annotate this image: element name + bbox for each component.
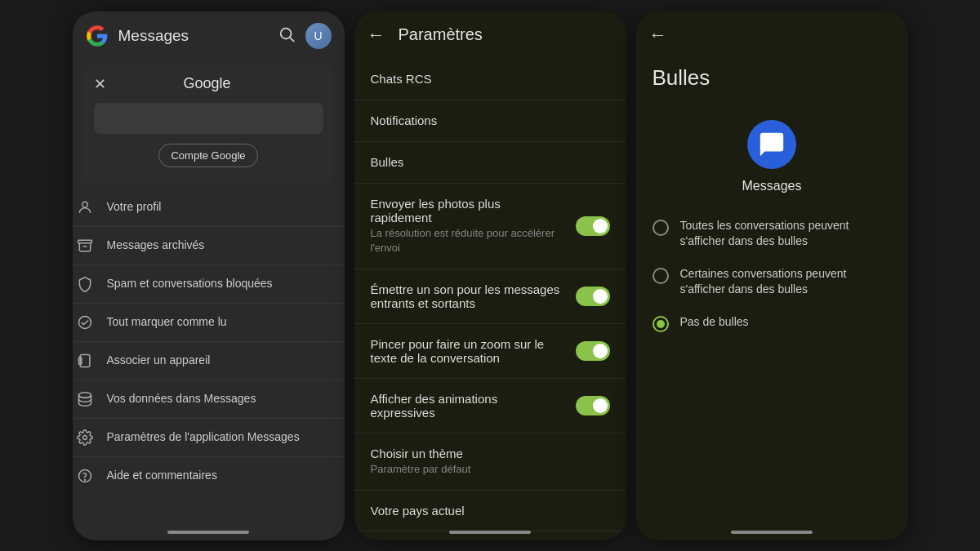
- radio-label-toutes: Toutes les conversations peuvent s'affic…: [680, 218, 892, 250]
- menu-label-donnees: Vos données dans Messages: [107, 391, 256, 406]
- toggle-pincer[interactable]: [576, 341, 610, 361]
- bottom-bar-1: [167, 531, 249, 534]
- shield-icon: [76, 275, 94, 293]
- back-arrow-icon[interactable]: ←: [368, 24, 385, 46]
- bulles-title: Bulles: [636, 59, 908, 104]
- settings-item-pincer[interactable]: Pincer pour faire un zoom sur le texte d…: [354, 324, 626, 379]
- pincer-title: Pincer pour faire un zoom sur le texte d…: [371, 337, 563, 365]
- settings-item-bulles[interactable]: Bulles: [354, 142, 626, 184]
- radio-label-certaines: Certaines conversations peuvent s'affich…: [680, 266, 892, 298]
- close-icon[interactable]: ✕: [94, 75, 106, 93]
- menu-label-associer: Associer un appareil: [107, 353, 211, 367]
- settings-item-pays[interactable]: Votre pays actuel: [354, 491, 626, 531]
- menu-label-spam: Spam et conversations bloquées: [107, 276, 273, 291]
- menu-label-archives: Messages archivés: [107, 238, 205, 252]
- menu-item-marquer[interactable]: Tout marquer comme lu: [73, 304, 345, 342]
- settings-item-bulles-label: Bulles: [371, 155, 404, 169]
- animations-title: Afficher des animations expressives: [371, 392, 563, 420]
- theme-subtitle: Paramètre par défaut: [371, 462, 610, 477]
- toggle-animations[interactable]: [576, 396, 610, 415]
- bottom-bar-3: [731, 531, 813, 534]
- menu-item-spam[interactable]: Spam et conversations bloquées: [73, 265, 345, 304]
- settings-icon: [76, 429, 94, 447]
- svg-line-1: [290, 38, 294, 42]
- photos-title: Envoyer les photos plus rapidement: [371, 197, 563, 224]
- account-box: [94, 103, 323, 134]
- menu-label-parametres: Paramètres de l'application Messages: [107, 429, 300, 444]
- menu-item-associer[interactable]: Associer un appareil: [73, 342, 345, 380]
- menu-item-donnees[interactable]: Vos données dans Messages: [73, 380, 345, 419]
- photos-subtitle: La résolution est réduite pour accélérer…: [371, 226, 563, 256]
- settings-title: Paramètres: [399, 25, 483, 44]
- menu-label-marquer: Tout marquer comme lu: [107, 314, 227, 329]
- toggle-text-animations: Afficher des animations expressives: [371, 392, 576, 420]
- panel-1: Messages U ✕ Google Compte Google: [73, 11, 345, 540]
- check-icon: [76, 313, 94, 331]
- radio-label-pas: Pas de bulles: [680, 314, 749, 331]
- svg-point-2: [82, 202, 87, 207]
- google-drawer: ✕ Google Compte Google: [82, 64, 335, 185]
- settings-item-chats[interactable]: Chats RCS: [354, 59, 626, 100]
- toggle-text-photos: Envoyer les photos plus rapidement La ré…: [371, 197, 576, 256]
- panel-2: ← Paramètres Chats RCS Notifications Bul…: [354, 11, 626, 540]
- menu-item-archives[interactable]: Messages archivés: [73, 227, 345, 265]
- settings-item-notifications[interactable]: Notifications: [354, 100, 626, 142]
- messages-icon-container: Messages: [636, 104, 908, 210]
- toggle-photos[interactable]: [576, 216, 610, 236]
- radio-option-pas[interactable]: Pas de bulles: [636, 306, 908, 340]
- topbar-title-1: Messages: [118, 27, 268, 45]
- toggle-row-pincer: Pincer pour faire un zoom sur le texte d…: [371, 337, 610, 365]
- svg-point-0: [280, 28, 291, 38]
- help-icon: [76, 467, 94, 485]
- search-icon[interactable]: [278, 25, 296, 47]
- avatar[interactable]: U: [305, 23, 332, 49]
- menu-item-aide[interactable]: Aide et commentaires: [73, 457, 345, 495]
- back-arrow-icon-2[interactable]: ←: [649, 24, 667, 46]
- son-title: Émettre un son pour les messages entrant…: [371, 282, 563, 310]
- topbar-1: Messages U: [73, 11, 345, 60]
- toggle-row-photos: Envoyer les photos plus rapidement La ré…: [371, 197, 610, 256]
- radio-toutes[interactable]: [653, 220, 669, 236]
- toggle-row-animations: Afficher des animations expressives: [371, 392, 610, 420]
- topbar-icons: U: [278, 23, 332, 49]
- bottom-bar-2: [449, 531, 531, 534]
- settings-item-son[interactable]: Émettre un son pour les messages entrant…: [354, 269, 626, 324]
- device-icon: [76, 352, 94, 370]
- person-icon: [76, 198, 94, 216]
- archive-icon: [76, 237, 94, 255]
- pays-title: Votre pays actuel: [371, 504, 610, 518]
- settings-item-photos[interactable]: Envoyer les photos plus rapidement La ré…: [354, 184, 626, 269]
- svg-point-11: [84, 479, 85, 480]
- toggle-text-son: Émettre un son pour les messages entrant…: [371, 282, 576, 310]
- radio-certaines[interactable]: [653, 268, 669, 284]
- menu-label-profil: Votre profil: [107, 199, 162, 214]
- drawer-header: ✕ Google: [94, 75, 323, 93]
- menu-label-aide: Aide et commentaires: [107, 468, 217, 482]
- svg-point-8: [82, 435, 87, 439]
- data-icon: [76, 390, 94, 408]
- toggle-text-pincer: Pincer pour faire un zoom sur le texte d…: [371, 337, 576, 365]
- menu-item-parametres[interactable]: Paramètres de l'application Messages: [73, 419, 345, 457]
- bulles-topbar: ←: [636, 11, 908, 59]
- settings-item-notifications-label: Notifications: [371, 113, 438, 127]
- settings-topbar: ← Paramètres: [354, 11, 626, 59]
- settings-item-chats-label: Chats RCS: [371, 72, 432, 86]
- toggle-row-son: Émettre un son pour les messages entrant…: [371, 282, 610, 310]
- radio-pas[interactable]: [653, 316, 669, 332]
- messages-app-label: Messages: [742, 179, 802, 193]
- chat-bubble-icon: [758, 131, 786, 158]
- radio-option-certaines[interactable]: Certaines conversations peuvent s'affich…: [636, 258, 908, 306]
- compte-google-button[interactable]: Compte Google: [158, 144, 257, 167]
- panel-3: ← Bulles Messages Toutes les conversatio…: [636, 11, 908, 540]
- theme-title: Choisir un thème: [371, 447, 610, 460]
- google-logo-icon: [86, 24, 109, 47]
- radio-option-toutes[interactable]: Toutes les conversations peuvent s'affic…: [636, 210, 908, 258]
- drawer-menu: Votre profil Messages archivés Spam et c…: [73, 189, 345, 495]
- drawer-google-label: Google: [106, 75, 309, 92]
- svg-rect-3: [78, 240, 91, 242]
- svg-point-5: [78, 316, 91, 328]
- toggle-son[interactable]: [576, 287, 610, 306]
- settings-item-theme[interactable]: Choisir un thème Paramètre par défaut: [354, 433, 626, 491]
- settings-item-animations[interactable]: Afficher des animations expressives: [354, 379, 626, 433]
- menu-item-profil[interactable]: Votre profil: [73, 189, 345, 227]
